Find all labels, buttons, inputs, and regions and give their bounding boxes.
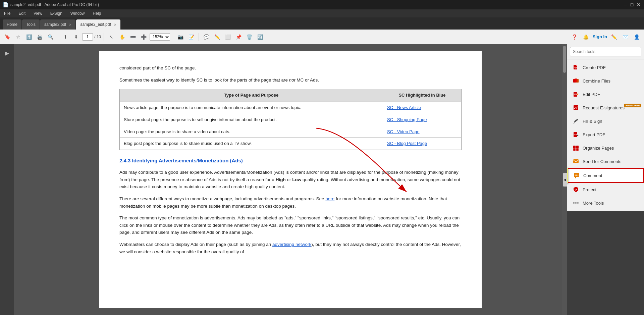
refresh-btn[interactable]: 🔄	[255, 32, 265, 42]
pdf-para5: Webmasters can choose to display Ads on …	[119, 241, 462, 255]
edit-pdf-icon: PDF	[573, 91, 579, 98]
menu-file[interactable]: File	[3, 10, 12, 16]
svg-point-22	[573, 202, 575, 204]
organize-pages-label: Organize Pages	[583, 146, 614, 151]
comment-icon	[573, 172, 580, 179]
share-btn[interactable]: ⬆️	[24, 32, 34, 42]
create-pdf-icon: PDF	[573, 64, 579, 71]
zoom-select[interactable]: 152% 100% 75% 50% 200%	[150, 33, 170, 41]
account-btn[interactable]: 👤	[632, 32, 641, 42]
menu-esign[interactable]: E-Sign	[49, 10, 64, 16]
email-btn[interactable]: ✉️	[621, 32, 630, 42]
svg-rect-9	[574, 105, 578, 110]
close-button[interactable]: ✕	[636, 2, 641, 7]
select-btn[interactable]: ↖	[107, 32, 116, 42]
sign-in-button[interactable]: Sign In	[593, 34, 607, 39]
table-cell-purpose: Store product page: the purpose is to se…	[120, 114, 383, 126]
menu-edit[interactable]: Edit	[17, 10, 27, 16]
comment-label: Comment	[583, 173, 602, 178]
tool-send-for-comments[interactable]: Send for Comments	[567, 155, 644, 168]
svg-rect-13	[576, 146, 579, 149]
delete-btn[interactable]: 🗑️	[245, 32, 254, 42]
app-icon: 📄	[3, 2, 8, 7]
tab-sample2-edit-label: sample2_edit.pdf	[80, 22, 111, 27]
zoom-in-btn[interactable]: ➕	[139, 32, 148, 42]
svg-text:PDF: PDF	[574, 93, 577, 95]
table-cell-link[interactable]: SC - Shopping Page	[383, 114, 462, 126]
svg-rect-16	[573, 159, 579, 163]
tool-combine-files[interactable]: Combine Files	[567, 74, 644, 88]
prev-page-btn[interactable]: ⬆	[61, 32, 70, 42]
toolbar-sep3	[173, 33, 173, 41]
panel-expand-btn[interactable]: ◀	[563, 173, 567, 187]
more-tools-label: More Tools	[583, 201, 604, 206]
edit-mode-btn[interactable]: ✏️	[609, 32, 619, 42]
zoom-out-btn[interactable]: ➖	[128, 32, 138, 42]
tab-sample2-label: sample2.pdf	[44, 22, 66, 27]
featured-badge: FEATURED	[624, 104, 641, 107]
tab-sample2[interactable]: sample2.pdf ✕	[40, 19, 75, 30]
table-cell-link[interactable]: SC - News Article	[383, 102, 462, 114]
print-btn[interactable]: 🖨️	[35, 32, 44, 42]
search-btn[interactable]: 🔍	[46, 32, 55, 42]
fill-sign-icon	[573, 118, 579, 124]
star-btn[interactable]: ☆	[13, 32, 23, 42]
tab-sample2-close[interactable]: ✕	[69, 23, 71, 27]
page-total: / 10	[94, 35, 101, 39]
comment-btn[interactable]: 💬	[202, 32, 211, 42]
protect-label: Protect	[583, 187, 596, 192]
tool-fill-sign[interactable]: Fill & Sign	[567, 114, 644, 128]
tool-edit-pdf[interactable]: PDF Edit PDF	[567, 88, 644, 101]
page-input[interactable]	[82, 33, 93, 41]
table-cell-link[interactable]: SC - Blog Post Page	[383, 138, 462, 150]
menu-window[interactable]: Window	[69, 10, 86, 16]
tool-protect[interactable]: Protect	[567, 183, 644, 196]
pdf-viewport[interactable]: considered part of the SC of the page. S…	[14, 44, 567, 315]
tool-organize-pages[interactable]: Organize Pages	[567, 141, 644, 155]
svg-rect-15	[576, 149, 579, 151]
tab-sample2-edit[interactable]: sample2_edit.pdf ✕	[76, 19, 120, 30]
organize-pages-icon	[573, 145, 579, 151]
help-btn[interactable]: ❓	[570, 32, 579, 42]
table-row: Blog post page: the purpose is to share …	[120, 138, 462, 150]
table-header-sc: SC Highlighted in Blue	[383, 89, 462, 102]
pdf-para3: There are several different ways to mone…	[119, 195, 462, 210]
send-for-comments-icon	[573, 158, 579, 165]
next-page-btn[interactable]: ⬇	[71, 32, 81, 42]
bell-btn[interactable]: 🔔	[581, 32, 591, 42]
send-for-comments-label: Send for Comments	[583, 159, 622, 164]
table-cell-purpose: News article page: the purpose is to com…	[120, 102, 383, 114]
tab-sample2-edit-close[interactable]: ✕	[114, 23, 116, 27]
menu-view[interactable]: View	[32, 10, 44, 16]
snapshot-btn[interactable]: 📷	[176, 32, 185, 42]
protect-icon	[573, 186, 579, 193]
tool-more-tools[interactable]: More Tools	[567, 196, 644, 210]
toolbar-sep2	[104, 33, 104, 41]
menu-help[interactable]: Help	[92, 10, 103, 16]
tool-comment[interactable]: Comment Add comments with highlights, st…	[567, 168, 644, 183]
left-nav-expand[interactable]: ▶	[1, 47, 13, 59]
left-nav: ▶	[0, 44, 14, 315]
scroll-thumb[interactable]	[563, 46, 566, 73]
request-esignatures-icon	[573, 104, 579, 111]
hand-btn[interactable]: ✋	[117, 32, 127, 42]
table-row: News article page: the purpose is to com…	[120, 102, 462, 114]
maximize-button[interactable]: □	[629, 2, 635, 7]
eraser-btn[interactable]: ⬜	[223, 32, 232, 42]
form-btn[interactable]: 📝	[186, 32, 196, 42]
stamp-btn[interactable]: 📌	[234, 32, 243, 42]
edit-pdf-label: Edit PDF	[583, 92, 600, 97]
bookmark-btn[interactable]: 🔖	[3, 32, 12, 42]
tab-home-label: Home	[7, 22, 17, 27]
tab-home[interactable]: Home	[3, 19, 21, 30]
table-cell-link[interactable]: SC - Video Page	[383, 126, 462, 138]
search-tools-input[interactable]	[570, 47, 641, 56]
pencil-btn[interactable]: ✏️	[212, 32, 222, 42]
tab-tools[interactable]: Tools	[22, 19, 40, 30]
comment-tooltip: Add comments with highlights, sticky not…	[567, 168, 568, 183]
tool-request-esignatures[interactable]: Request E-signatures FEATURED	[567, 101, 644, 114]
more-tools-icon	[573, 200, 579, 206]
minimize-button[interactable]: ─	[623, 2, 628, 7]
tool-export-pdf[interactable]: PDF Export PDF	[567, 128, 644, 141]
tool-create-pdf[interactable]: PDF Create PDF	[567, 61, 644, 74]
